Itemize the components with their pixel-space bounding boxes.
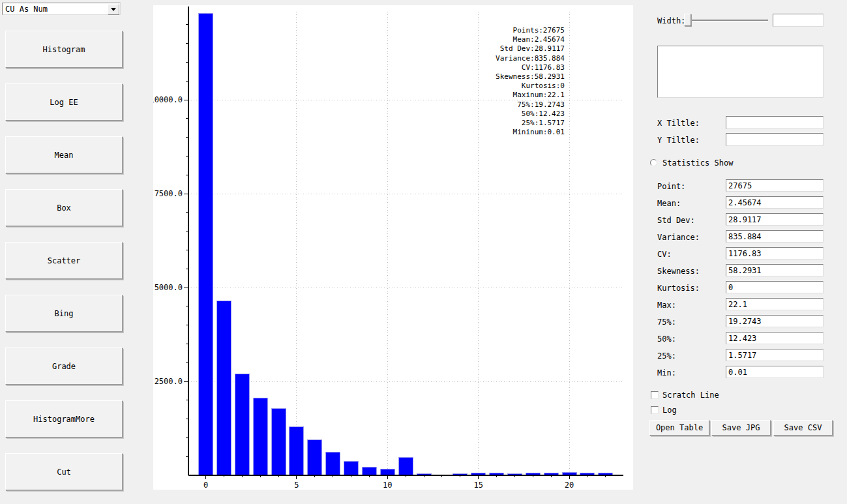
x-tick-label: 20 — [565, 481, 574, 490]
app-window: CU As Num HistogramLog EEMeanBoxScatterB… — [0, 0, 847, 504]
mean-input[interactable] — [726, 196, 824, 209]
histogram-bar — [308, 440, 322, 475]
width-label: Width: — [657, 16, 685, 25]
25-label: 25%: — [657, 351, 676, 361]
variance-label: Variance: — [657, 233, 700, 242]
histogram-bar — [344, 462, 359, 475]
scatter-button[interactable]: Scatter — [5, 242, 123, 279]
std-dev-input[interactable] — [726, 213, 824, 226]
point-label: Point: — [657, 182, 685, 191]
chart-stat-line: 25%:1.5717 — [496, 119, 565, 128]
chart-stat-line: 50%:12.423 — [496, 110, 565, 119]
histogram-bar — [380, 469, 394, 475]
y-tick-label: 5000.0 — [155, 283, 183, 292]
width-input[interactable] — [773, 14, 824, 27]
variance-input[interactable] — [726, 230, 824, 243]
width-slider-track[interactable] — [684, 20, 768, 22]
chart-stat-line: 75%:19.2743 — [496, 100, 565, 110]
chart-statistics-overlay: Points:27675Mean:2.45674Std Dev:28.9117V… — [496, 26, 565, 137]
scratch-line-checkbox-label: Scratch Line — [662, 391, 719, 400]
skewness-input[interactable] — [726, 264, 824, 276]
bing-button[interactable]: Bing — [5, 295, 123, 332]
cut-button[interactable]: Cut — [5, 453, 123, 490]
cv-label: CV: — [657, 250, 672, 259]
std-dev-label: Std Dev: — [657, 216, 695, 225]
chart-stat-line: Skewness:58.2931 — [496, 72, 565, 82]
75-label: 75%: — [657, 318, 676, 327]
chart-stat-line: Std Dev:28.9117 — [496, 44, 565, 53]
data-source-combobox[interactable]: CU As Num — [2, 3, 121, 15]
chevron-down-icon — [111, 8, 116, 11]
statistics-show-label: Statistics Show — [662, 158, 733, 168]
kurtosis-label: Kurtosis: — [657, 284, 700, 293]
75-input[interactable] — [726, 315, 824, 327]
chart-stat-line: Variance:835.884 — [496, 54, 565, 63]
histogram-bar — [271, 408, 286, 475]
max-label: Max: — [657, 301, 676, 310]
y-title-label: Y Tiltle: — [657, 136, 700, 145]
y-tick-label: 2500.0 — [155, 377, 183, 386]
combobox-value: CU As Num — [5, 5, 48, 14]
chart-stat-line: Maxinum:22.1 — [496, 91, 565, 100]
histogram-bar — [398, 457, 413, 475]
skewness-label: Skewness: — [657, 267, 700, 276]
chart-stat-line: Mininum:0.01 — [496, 128, 565, 137]
histogram-bar — [199, 14, 213, 475]
x-tick-label: 0 — [203, 481, 208, 490]
x-title-input[interactable] — [726, 116, 824, 129]
chart-panel: 2500.05000.07500.010000.005101520 Points… — [153, 5, 633, 490]
mean-label: Mean: — [657, 199, 681, 208]
grade-button[interactable]: Grade — [5, 348, 123, 385]
box-button[interactable]: Box — [5, 189, 123, 226]
log-checkbox[interactable] — [651, 406, 659, 414]
chart-stat-line: Mean:2.45674 — [496, 35, 565, 44]
chart-stat-line: CV:1176.83 — [496, 63, 565, 72]
chart-stat-line: Kurtosis:0 — [496, 82, 565, 91]
histogram-bar — [326, 452, 340, 475]
point-input[interactable] — [726, 179, 824, 192]
message-listbox[interactable] — [657, 46, 824, 98]
50-input[interactable] — [726, 332, 824, 344]
x-tick-label: 10 — [383, 481, 392, 490]
histogram-bar — [253, 398, 267, 475]
x-title-label: X Tiltle: — [657, 119, 700, 128]
width-slider-thumb[interactable] — [684, 14, 691, 26]
statistics-show-radio[interactable] — [650, 159, 657, 166]
scratch-line-checkbox[interactable] — [651, 391, 659, 399]
cv-input[interactable] — [726, 247, 824, 259]
combobox-dropdown-button[interactable] — [108, 4, 119, 15]
save-csv-button[interactable]: Save CSV — [773, 420, 833, 436]
kurtosis-input[interactable] — [726, 281, 824, 293]
log-checkbox-label: Log — [662, 406, 677, 415]
log-ee-button[interactable]: Log EE — [5, 83, 123, 121]
x-tick-label: 15 — [473, 481, 483, 490]
25-input[interactable] — [726, 349, 824, 361]
min-input[interactable] — [726, 366, 824, 378]
histogram-bar — [562, 472, 576, 475]
histogrammore-button[interactable]: HistogramMore — [5, 400, 123, 437]
histogram-bar — [216, 301, 231, 475]
histogram-bar — [362, 467, 376, 475]
histogram-bar — [235, 374, 249, 475]
save-jpg-button[interactable]: Save JPG — [711, 420, 771, 436]
open-table-button[interactable]: Open Table — [649, 420, 709, 436]
histogram-button[interactable]: Histogram — [5, 31, 123, 68]
x-tick-label: 5 — [294, 481, 299, 490]
histogram-bar — [290, 426, 304, 475]
min-label: Min: — [657, 368, 676, 378]
mean-button[interactable]: Mean — [5, 136, 123, 173]
chart-stat-line: Points:27675 — [496, 26, 565, 35]
max-input[interactable] — [726, 298, 824, 310]
50-label: 50%: — [657, 334, 676, 344]
y-tick-label: 7500.0 — [155, 189, 183, 198]
y-title-input[interactable] — [726, 133, 824, 146]
y-tick-label: 10000.0 — [153, 95, 183, 104]
